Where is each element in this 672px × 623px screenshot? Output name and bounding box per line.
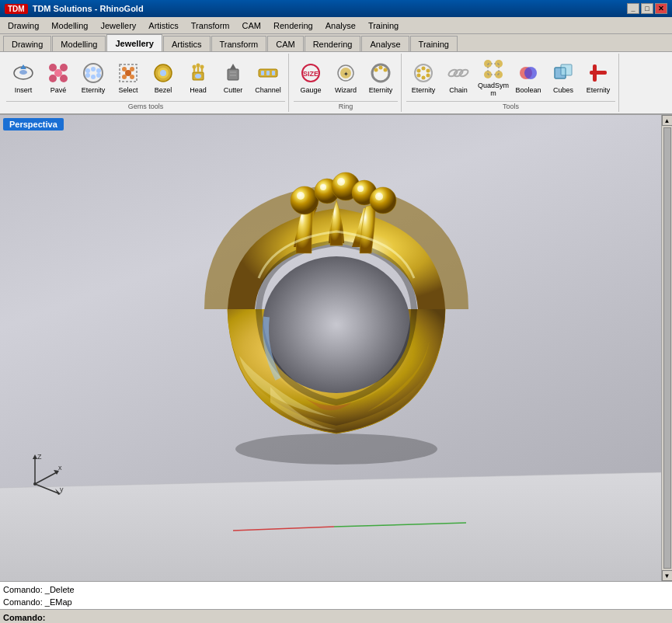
insert-label: Insert xyxy=(15,87,33,95)
command-input[interactable] xyxy=(48,611,669,623)
scroll-up-button[interactable]: ▲ xyxy=(662,115,673,126)
menu-cam[interactable]: CAM xyxy=(236,18,267,33)
svg-point-80 xyxy=(297,192,305,200)
ring-svg xyxy=(150,123,523,496)
eternity3-label: Eternity xyxy=(412,87,436,95)
svg-point-79 xyxy=(291,186,319,214)
pave-button[interactable]: Pavé xyxy=(41,56,75,99)
close-button[interactable]: ✕ xyxy=(655,3,667,14)
svg-point-19 xyxy=(130,75,134,79)
maximize-button[interactable]: □ xyxy=(641,3,653,14)
quadsymm-button[interactable]: QuadSymm xyxy=(476,56,510,99)
eternity2-label: Eternity xyxy=(369,87,393,95)
menu-training[interactable]: Training xyxy=(362,18,405,33)
head-label: Head xyxy=(190,87,207,95)
menu-modelling[interactable]: Modelling xyxy=(45,18,94,33)
svg-point-7 xyxy=(54,69,62,77)
svg-text:✦: ✦ xyxy=(343,71,349,78)
svg-point-10 xyxy=(91,67,96,71)
toolbar-area: Drawing Modelling Jewellery Artistics Tr… xyxy=(0,34,672,115)
menu-rendering[interactable]: Rendering xyxy=(267,18,319,33)
tab-training[interactable]: Training xyxy=(410,36,458,51)
eternity1-button[interactable]: Eternity xyxy=(76,56,110,99)
viewport-scrollbar-right[interactable]: ▲ ▼ xyxy=(661,115,672,581)
boolean-button[interactable]: Boolean xyxy=(511,56,545,99)
svg-point-20 xyxy=(125,70,131,76)
svg-rect-39 xyxy=(272,71,275,75)
svg-point-98 xyxy=(33,482,37,486)
insert-button[interactable]: Insert xyxy=(6,56,40,99)
eternity1-label: Eternity xyxy=(82,87,106,95)
svg-point-11 xyxy=(96,68,101,73)
tab-transform[interactable]: Transform xyxy=(211,36,267,51)
command-lines: Comando: _Delete Comando: _EMap xyxy=(0,582,672,610)
svg-point-46 xyxy=(374,68,378,71)
chain-button[interactable]: Chain xyxy=(441,56,475,99)
svg-rect-73 xyxy=(590,71,607,75)
insert-icon xyxy=(11,61,36,85)
menu-drawing[interactable]: Drawing xyxy=(2,18,45,33)
svg-point-23 xyxy=(160,70,166,76)
svg-point-14 xyxy=(85,73,90,78)
select-button[interactable]: Select xyxy=(111,56,145,99)
eternity4-label: Eternity xyxy=(587,87,611,95)
cutter-button[interactable]: Cutter xyxy=(216,56,250,99)
head-button[interactable]: Head xyxy=(181,56,215,99)
svg-line-92 xyxy=(35,484,58,493)
minimize-button[interactable]: _ xyxy=(627,3,639,14)
menu-artistics[interactable]: Artistics xyxy=(142,18,185,33)
svg-point-30 xyxy=(200,64,204,68)
viewport[interactable]: Perspectiva xyxy=(0,115,672,581)
eternity3-button[interactable]: Eternity xyxy=(406,56,440,99)
gems-tools-group: Insert Pavé xyxy=(3,54,289,112)
svg-point-86 xyxy=(357,186,364,192)
menu-transform[interactable]: Transform xyxy=(185,18,236,33)
tab-modelling[interactable]: Modelling xyxy=(52,36,106,51)
scroll-down-button[interactable]: ▼ xyxy=(662,570,673,581)
cubes-button[interactable]: Cubes xyxy=(546,56,580,99)
svg-rect-32 xyxy=(228,69,239,80)
eternity4-button[interactable]: Eternity xyxy=(581,56,615,99)
eternity1-icon xyxy=(81,61,106,85)
svg-point-84 xyxy=(337,178,345,186)
svg-text:y: y xyxy=(60,486,64,493)
gems-tools-items: Insert Pavé xyxy=(6,55,285,99)
channel-button[interactable]: Channel xyxy=(251,56,285,99)
ribbon-content: Insert Pavé xyxy=(0,51,672,113)
svg-point-47 xyxy=(379,65,383,69)
tab-rendering[interactable]: Rendering xyxy=(305,36,361,51)
eternity2-button[interactable]: Eternity xyxy=(364,56,398,99)
svg-rect-37 xyxy=(261,71,264,75)
gauge-label: Gauge xyxy=(300,87,321,95)
svg-point-17 xyxy=(130,67,134,71)
wizard-button[interactable]: ✦ Wizard xyxy=(329,56,363,99)
boolean-icon xyxy=(516,61,541,85)
svg-point-29 xyxy=(197,63,200,67)
svg-point-54 xyxy=(422,75,426,79)
ring-items: SIZE Gauge ✦ Wizard xyxy=(294,55,398,99)
menu-bar: Drawing Modelling Jewellery Artistics Tr… xyxy=(0,17,672,34)
command-input-row: Comando: xyxy=(0,610,672,623)
tab-artistics[interactable]: Artistics xyxy=(163,36,211,51)
svg-point-53 xyxy=(427,73,430,77)
channel-label: Channel xyxy=(255,87,281,95)
ribbon-tabs: Drawing Modelling Jewellery Artistics Tr… xyxy=(0,34,672,51)
scroll-thumb[interactable] xyxy=(663,127,671,569)
tab-analyse[interactable]: Analyse xyxy=(361,36,409,51)
svg-marker-33 xyxy=(230,64,236,69)
svg-point-51 xyxy=(422,66,426,70)
gauge-button[interactable]: SIZE Gauge xyxy=(294,56,328,99)
gems-tools-label: Gems tools xyxy=(6,101,285,110)
svg-point-13 xyxy=(91,75,96,79)
wizard-icon: ✦ xyxy=(333,61,358,85)
tab-jewellery[interactable]: Jewellery xyxy=(106,34,162,51)
viewport-label: Perspectiva xyxy=(3,118,64,131)
main-area: Perspectiva xyxy=(0,115,672,581)
pave-icon xyxy=(46,61,71,85)
menu-jewellery[interactable]: Jewellery xyxy=(94,18,142,33)
title-bar-controls: _ □ ✕ xyxy=(627,3,667,14)
tab-cam[interactable]: CAM xyxy=(267,36,303,51)
menu-analyse[interactable]: Analyse xyxy=(319,18,362,33)
tab-drawing[interactable]: Drawing xyxy=(3,36,51,51)
bezel-button[interactable]: Bezel xyxy=(146,56,180,99)
